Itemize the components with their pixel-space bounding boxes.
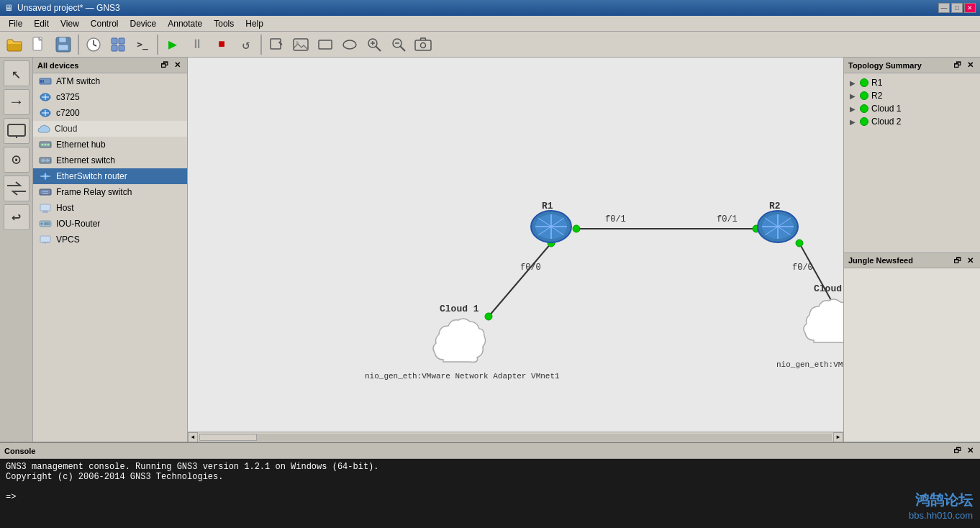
topo-dot-cloud2 (860, 117, 868, 126)
menu-help[interactable]: Help (240, 17, 269, 30)
device-host-label: Host (56, 203, 74, 213)
svg-rect-14 (294, 39, 308, 50)
zoom-in-button[interactable] (363, 34, 386, 55)
image-button[interactable] (289, 34, 312, 55)
svg-line-23 (400, 46, 405, 51)
device-frame-relay[interactable]: Frame Relay switch (33, 184, 187, 200)
pause-button[interactable]: ⏸ (186, 34, 209, 55)
topology-close-button[interactable]: ✕ (965, 60, 976, 70)
device-atm-switch-label: ATM switch (56, 76, 100, 86)
console-area: Console 🗗 ✕ GNS3 management console. Run… (0, 442, 980, 528)
svg-text:Cloud 2: Cloud 2 (814, 283, 843, 294)
nav-back-button[interactable]: ⊙ (4, 147, 30, 173)
menu-device[interactable]: Device (124, 17, 163, 30)
svg-line-61 (489, 243, 551, 317)
router-r2[interactable] (758, 211, 798, 242)
title-text: Unsaved project* — GNS3 (17, 3, 120, 13)
svg-point-66 (485, 313, 492, 320)
cloud-1[interactable] (433, 319, 486, 362)
newsfeed-close-button[interactable]: ✕ (965, 256, 976, 265)
nav-move-button[interactable]: → (4, 89, 30, 115)
svg-text:nio_gen_eth:VMware Network Ada: nio_gen_eth:VMware Network Adapter VMnet… (365, 372, 560, 381)
menu-annotate[interactable]: Annotate (162, 17, 208, 30)
menu-view[interactable]: View (55, 17, 85, 30)
sidebar-close-button[interactable]: ✕ (172, 60, 183, 70)
svg-rect-4 (58, 45, 68, 50)
topo-dot-r1 (860, 78, 868, 87)
watermark-line1: 鸿鹄论坛 (909, 491, 973, 510)
edit-node-button[interactable] (265, 34, 288, 55)
newsfeed-restore-button[interactable]: 🗗 (951, 256, 963, 265)
cloud-2[interactable] (804, 299, 843, 342)
newsfeed-content (844, 268, 980, 442)
devices-sidebar: All devices 🗗 ✕ ATM switch c37 (33, 58, 188, 442)
topology-item-cloud2[interactable]: ▶ Cloud 2 (847, 115, 977, 128)
menu-edit[interactable]: Edit (28, 17, 55, 30)
device-c3725[interactable]: c3725 (33, 89, 187, 105)
open-file-button[interactable] (27, 34, 50, 55)
svg-line-19 (376, 46, 381, 51)
menu-control[interactable]: Control (85, 17, 124, 30)
device-ethernet-hub[interactable]: Ethernet hub (33, 137, 187, 153)
console-restore-button[interactable]: 🗗 (951, 446, 963, 455)
topo-arrow-r2: ▶ (850, 92, 856, 100)
minimize-button[interactable]: — (938, 3, 950, 13)
scroll-left-button[interactable]: ◄ (188, 432, 198, 442)
device-vpcs[interactable]: VPCS (33, 232, 187, 247)
device-host[interactable]: Host (33, 200, 187, 216)
terminal-button[interactable]: >_ (131, 34, 154, 55)
console-line4: => (6, 492, 974, 502)
open-folder-button[interactable] (3, 34, 26, 55)
topology-item-r1[interactable]: ▶ R1 (847, 76, 977, 89)
nav-pointer-button[interactable]: ↖ (4, 60, 30, 86)
svg-rect-9 (119, 38, 124, 44)
topo-arrow-r1: ▶ (850, 79, 856, 87)
hscrollbar[interactable]: ◄ ► (188, 432, 843, 442)
save-button[interactable] (52, 34, 75, 55)
sep2 (157, 35, 158, 55)
topology-restore-button[interactable]: 🗗 (951, 60, 963, 70)
device-atm-switch[interactable]: ATM switch (33, 73, 187, 89)
screenshot-button[interactable] (412, 34, 435, 55)
router-r1[interactable] (531, 211, 571, 242)
device-c7200[interactable]: c7200 (33, 105, 187, 121)
nav-screen-button[interactable] (4, 118, 30, 144)
nav-undo-button[interactable]: ↩ (4, 204, 30, 230)
stop-button[interactable]: ■ (210, 34, 233, 55)
device-ethernet-hub-label: Ethernet hub (56, 140, 106, 150)
play-button[interactable]: ▶ (161, 34, 184, 55)
topology-item-cloud1[interactable]: ▶ Cloud 1 (847, 102, 977, 115)
nav-transfer-button[interactable] (4, 176, 30, 201)
watermark-line2: bbs.hh010.com (909, 510, 973, 521)
sidebar-restore-button[interactable]: 🗗 (158, 60, 171, 70)
menu-file[interactable]: File (3, 17, 28, 30)
close-button[interactable]: ✕ (964, 3, 976, 13)
topology-button[interactable] (106, 34, 130, 55)
rect-button[interactable] (314, 34, 337, 55)
cloud-category-icon (37, 124, 50, 134)
canvas-area[interactable]: f0/1 f0/1 f0/0 f0/0 R1 (188, 58, 843, 442)
device-ethernet-switch[interactable]: Ethernet switch (33, 153, 187, 168)
reload-button[interactable]: ↺ (235, 34, 258, 55)
zoom-out-button[interactable] (387, 34, 410, 55)
history-button[interactable] (82, 34, 105, 55)
maximize-button[interactable]: □ (951, 3, 963, 13)
scroll-right-button[interactable]: ► (833, 432, 843, 442)
sep1 (78, 35, 79, 55)
device-iou-router[interactable]: IOU-Router (33, 216, 187, 232)
ellipse-button[interactable] (338, 34, 361, 55)
svg-point-67 (796, 240, 803, 247)
topology-item-r2[interactable]: ▶ R2 (847, 89, 977, 102)
hscroll-thumb[interactable] (199, 434, 257, 441)
console-close-button[interactable]: ✕ (965, 446, 976, 455)
frame-relay-icon (39, 187, 52, 197)
svg-point-26 (421, 42, 426, 47)
devices-list: ATM switch c3725 c7200 (33, 73, 187, 442)
svg-rect-10 (112, 45, 117, 51)
device-cloud-category[interactable]: Cloud (33, 121, 187, 137)
topology-r1-label: R1 (871, 78, 882, 88)
menu-tools[interactable]: Tools (208, 17, 240, 30)
svg-text:nio_gen_eth:VMware Network Ada: nio_gen_eth:VMware Network Adapter VMnet… (776, 360, 843, 369)
svg-point-55 (41, 223, 43, 225)
device-etherswitch-router[interactable]: EtherSwitch router (33, 168, 187, 184)
